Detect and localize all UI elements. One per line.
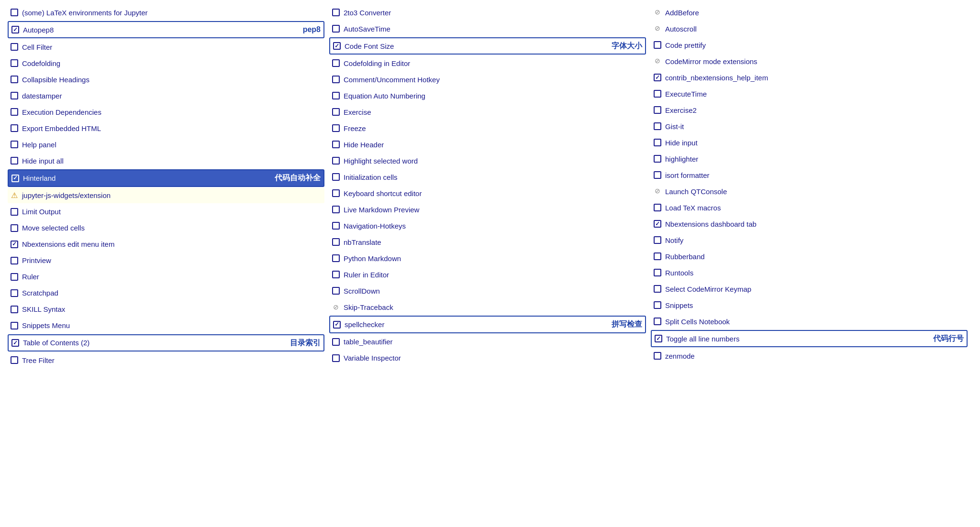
checkbox-variable-inspector[interactable] bbox=[332, 354, 340, 362]
item-init-cells[interactable]: Initialization cells bbox=[329, 169, 646, 185]
item-cell-filter[interactable]: Cell Filter bbox=[8, 39, 324, 55]
checkbox-scratchpad[interactable] bbox=[11, 289, 18, 297]
checkbox-ruler[interactable] bbox=[11, 273, 18, 281]
checkbox-keyboard-shortcut[interactable] bbox=[332, 189, 340, 197]
checkbox-nbtranslate[interactable] bbox=[332, 238, 340, 246]
item-live-markdown[interactable]: Live Markdown Preview bbox=[329, 202, 646, 217]
item-jupyter-js-widgets[interactable]: ⚠jupyter-js-widgets/extension bbox=[8, 188, 324, 203]
item-export-html[interactable]: Export Embedded HTML bbox=[8, 121, 324, 136]
item-scratchpad[interactable]: Scratchpad bbox=[8, 285, 324, 301]
item-code-prettify[interactable]: Code prettify bbox=[651, 37, 968, 53]
checkbox-hide-header[interactable] bbox=[332, 141, 340, 148]
item-split-cells[interactable]: Split Cells Notebook bbox=[651, 314, 968, 329]
checkbox-hide-input[interactable] bbox=[654, 139, 661, 146]
item-codefolding-editor[interactable]: Codefolding in Editor bbox=[329, 55, 646, 71]
checkbox-limit-output[interactable] bbox=[11, 208, 18, 216]
item-addbefore[interactable]: ⊘AddBefore bbox=[651, 5, 968, 20]
item-zenmode[interactable]: zenmode bbox=[651, 348, 968, 363]
checkbox-2to3[interactable] bbox=[332, 9, 340, 16]
item-skill-syntax[interactable]: SKILL Syntax bbox=[8, 302, 324, 317]
item-load-tex-macros[interactable]: Load TeX macros bbox=[651, 200, 968, 215]
item-hinterland[interactable]: Hinterland代码自动补全 bbox=[8, 169, 324, 187]
checkbox-toc2[interactable] bbox=[11, 339, 19, 347]
item-spellchecker[interactable]: spellchecker拼写检查 bbox=[329, 316, 646, 333]
checkbox-codefolding-editor[interactable] bbox=[332, 59, 340, 67]
checkbox-skill-syntax[interactable] bbox=[11, 306, 18, 313]
checkbox-latex[interactable] bbox=[11, 9, 18, 16]
checkbox-contrib-help[interactable] bbox=[654, 74, 661, 81]
item-rubberband[interactable]: Rubberband bbox=[651, 249, 968, 264]
item-hide-header[interactable]: Hide Header bbox=[329, 137, 646, 152]
item-exercise[interactable]: Exercise bbox=[329, 104, 646, 120]
item-nav-hotkeys[interactable]: Navigation-Hotkeys bbox=[329, 218, 646, 233]
item-gist-it[interactable]: Gist-it bbox=[651, 119, 968, 134]
checkbox-autoscroll[interactable]: ⊘ bbox=[654, 25, 661, 33]
item-move-cells[interactable]: Move selected cells bbox=[8, 220, 324, 236]
item-autoscroll[interactable]: ⊘Autoscroll bbox=[651, 21, 968, 36]
checkbox-spellchecker[interactable] bbox=[333, 321, 341, 329]
item-exercise2[interactable]: Exercise2 bbox=[651, 102, 968, 118]
checkbox-jupyter-js-widgets[interactable]: ⚠ bbox=[11, 192, 18, 199]
checkbox-hinterland[interactable] bbox=[11, 175, 19, 182]
checkbox-code-font-size[interactable] bbox=[333, 42, 341, 50]
checkbox-nbextensions-edit[interactable] bbox=[11, 241, 18, 248]
item-latex[interactable]: (some) LaTeX environments for Jupyter bbox=[8, 5, 324, 20]
item-table-beautifier[interactable]: table_beautifier bbox=[329, 334, 646, 350]
checkbox-freeze[interactable] bbox=[332, 124, 340, 132]
item-freeze[interactable]: Freeze bbox=[329, 121, 646, 136]
checkbox-equation-auto[interactable] bbox=[332, 92, 340, 99]
item-hide-input-all[interactable]: Hide input all bbox=[8, 153, 324, 168]
item-toc2[interactable]: Table of Contents (2)目录索引 bbox=[8, 334, 324, 351]
item-codefolding[interactable]: Codefolding bbox=[8, 55, 324, 71]
item-code-font-size[interactable]: Code Font Size字体大小 bbox=[329, 37, 646, 55]
item-scrolldown[interactable]: ScrollDown bbox=[329, 283, 646, 298]
checkbox-zenmode[interactable] bbox=[654, 352, 661, 360]
item-limit-output[interactable]: Limit Output bbox=[8, 204, 324, 220]
checkbox-exercise2[interactable] bbox=[654, 106, 661, 114]
item-toggle-line-numbers[interactable]: Toggle all line numbers代码行号 bbox=[651, 330, 968, 347]
item-ruler-editor[interactable]: Ruler in Editor bbox=[329, 267, 646, 282]
checkbox-scrolldown[interactable] bbox=[332, 287, 340, 295]
item-notify[interactable]: Notify bbox=[651, 232, 968, 248]
item-runtools[interactable]: Runtools bbox=[651, 265, 968, 280]
checkbox-highlighter[interactable] bbox=[654, 155, 661, 163]
checkbox-tree-filter[interactable] bbox=[11, 356, 18, 364]
item-2to3[interactable]: 2to3 Converter bbox=[329, 5, 646, 20]
checkbox-addbefore[interactable]: ⊘ bbox=[654, 9, 661, 16]
item-isort-formatter[interactable]: isort formatter bbox=[651, 167, 968, 183]
checkbox-snippets[interactable] bbox=[654, 301, 661, 309]
checkbox-collapsible-headings[interactable] bbox=[11, 76, 18, 83]
item-keyboard-shortcut[interactable]: Keyboard shortcut editor bbox=[329, 186, 646, 201]
item-comment-hotkey[interactable]: Comment/Uncomment Hotkey bbox=[329, 72, 646, 87]
item-autosavetime[interactable]: AutoSaveTime bbox=[329, 21, 646, 36]
item-nbextensions-dashboard[interactable]: Nbextensions dashboard tab bbox=[651, 216, 968, 231]
checkbox-rubberband[interactable] bbox=[654, 253, 661, 260]
checkbox-toggle-line-numbers[interactable] bbox=[655, 335, 662, 342]
checkbox-help-panel[interactable] bbox=[11, 141, 18, 148]
checkbox-ruler-editor[interactable] bbox=[332, 271, 340, 278]
item-nbextensions-edit[interactable]: Nbextensions edit menu item bbox=[8, 237, 324, 252]
checkbox-live-markdown[interactable] bbox=[332, 206, 340, 213]
item-skip-traceback[interactable]: ⊘Skip-Traceback bbox=[329, 299, 646, 315]
checkbox-codefolding[interactable] bbox=[11, 59, 18, 67]
checkbox-split-cells[interactable] bbox=[654, 318, 661, 325]
item-hide-input[interactable]: Hide input bbox=[651, 135, 968, 150]
item-help-panel[interactable]: Help panel bbox=[8, 137, 324, 152]
item-contrib-help[interactable]: contrib_nbextensions_help_item bbox=[651, 70, 968, 85]
checkbox-runtools[interactable] bbox=[654, 269, 661, 276]
checkbox-gist-it[interactable] bbox=[654, 122, 661, 130]
checkbox-snippets-menu[interactable] bbox=[11, 322, 18, 329]
checkbox-load-tex-macros[interactable] bbox=[654, 204, 661, 211]
checkbox-skip-traceback[interactable]: ⊘ bbox=[332, 303, 340, 311]
item-highlighter[interactable]: highlighter bbox=[651, 151, 968, 166]
checkbox-code-prettify[interactable] bbox=[654, 41, 661, 49]
checkbox-autopep8[interactable] bbox=[11, 26, 19, 33]
item-launch-qtconsole[interactable]: ⊘Launch QTConsole bbox=[651, 184, 968, 199]
checkbox-move-cells[interactable] bbox=[11, 224, 18, 232]
item-equation-auto[interactable]: Equation Auto Numbering bbox=[329, 88, 646, 103]
item-datestamper[interactable]: datestamper bbox=[8, 88, 324, 103]
checkbox-cell-filter[interactable] bbox=[11, 43, 18, 51]
item-autopep8[interactable]: Autopep8pep8 bbox=[8, 21, 324, 38]
checkbox-datestamper[interactable] bbox=[11, 92, 18, 99]
checkbox-hide-input-all[interactable] bbox=[11, 157, 18, 165]
